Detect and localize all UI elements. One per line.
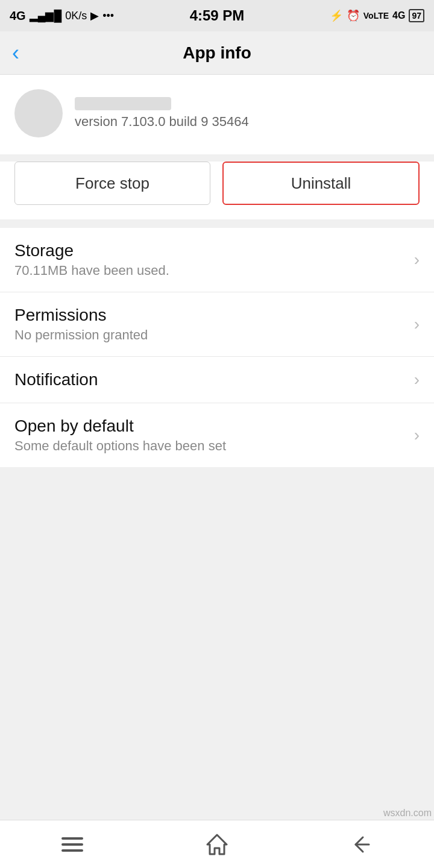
status-time: 4:59 PM [190,7,245,24]
app-version: version 7.103.0 build 9 35464 [75,114,249,130]
empty-area [0,467,434,817]
app-details: version 7.103.0 build 9 35464 [75,97,249,130]
network-label: 4G [10,9,26,23]
storage-content: Storage 70.11MB have been used. [14,241,169,278]
back-button[interactable]: ‹ [12,42,19,64]
alarm-icon: ⏰ [347,9,360,22]
notification-content: Notification [14,370,98,389]
notification-title: Notification [14,370,98,389]
data-speed: 0K/s [65,10,87,22]
open-by-default-chevron-icon: › [414,426,420,445]
bluetooth-icon: ⚡ [330,9,343,22]
dots-icon: ••• [102,10,114,22]
volte-icon: VoLTE [363,11,389,20]
nav-bar: ‹ App info [0,31,434,75]
storage-item[interactable]: Storage 70.11MB have been used. › [0,228,434,292]
app-info-card: version 7.103.0 build 9 35464 [0,75,434,154]
permissions-chevron-icon: › [414,315,420,334]
storage-title: Storage [14,241,169,260]
page-title: App info [183,43,251,63]
menu-nav-button[interactable] [48,826,96,863]
section-divider [0,219,434,228]
menu-icon [61,837,83,852]
open-by-default-title: Open by default [14,417,226,436]
permissions-item[interactable]: Permissions No permission granted › [0,292,434,357]
cast-icon: ▶ [90,9,99,22]
svg-marker-0 [207,835,227,854]
permissions-title: Permissions [14,306,148,325]
open-by-default-content: Open by default Some default options hav… [14,417,226,454]
home-icon [206,834,228,855]
force-stop-button[interactable]: Force stop [14,162,210,205]
back-icon [351,834,373,855]
status-bar: 4G ▂▄▆█ 0K/s ▶ ••• 4:59 PM ⚡ ⏰ VoLTE 4G … [0,0,434,31]
action-buttons: Force stop Uninstall [0,162,434,219]
back-nav-button[interactable] [338,826,386,863]
status-right: ⚡ ⏰ VoLTE 4G 97 [330,9,424,22]
bottom-nav [0,820,434,868]
notification-item[interactable]: Notification › [0,357,434,403]
status-left: 4G ▂▄▆█ 0K/s ▶ ••• [10,9,114,23]
open-by-default-subtitle: Some default options have been set [14,438,226,454]
lte-label: 4G [392,10,405,21]
settings-list: Storage 70.11MB have been used. › Permis… [0,228,434,467]
home-nav-button[interactable] [193,826,241,863]
app-icon [14,89,63,137]
watermark: wsxdn.com [383,808,432,819]
battery-level: 97 [412,11,421,20]
storage-subtitle: 70.11MB have been used. [14,263,169,278]
permissions-content: Permissions No permission granted [14,306,148,343]
battery-icon: 97 [409,9,424,22]
app-name-blurred [75,97,171,110]
signal-bars: ▂▄▆█ [30,9,62,22]
notification-chevron-icon: › [414,370,420,389]
permissions-subtitle: No permission granted [14,327,148,343]
storage-chevron-icon: › [414,250,420,269]
open-by-default-item[interactable]: Open by default Some default options hav… [0,403,434,467]
uninstall-button[interactable]: Uninstall [222,162,420,205]
